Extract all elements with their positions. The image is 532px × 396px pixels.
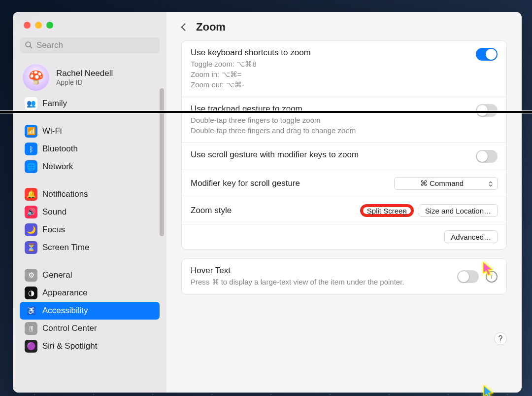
sidebar-item-family[interactable]: 👥Family — [20, 95, 160, 112]
sidebar-item-label: Network — [42, 162, 73, 172]
help-button[interactable]: ? — [494, 332, 507, 345]
hover-text-title: Hover Text — [191, 266, 450, 276]
sidebar-item-appearance[interactable]: ◑Appearance — [20, 284, 160, 302]
sidebar-item-label: Accessibility — [42, 306, 88, 316]
modifier-key-title: Modifier key for scroll gesture — [191, 179, 300, 188]
hover-text-desc: Press ⌘ to display a large-text view of … — [191, 277, 450, 287]
focus-icon: 🌙 — [25, 223, 37, 236]
sidebar-item-wi-fi[interactable]: 📶Wi-Fi — [20, 122, 160, 140]
hover-text-toggle[interactable] — [457, 270, 479, 283]
keyboard-shortcuts-desc: Toggle zoom: ⌥⌘8 Zoom in: ⌥⌘= Zoom out: … — [191, 59, 469, 90]
avatar: 🍄 — [23, 64, 49, 91]
sidebar-item-label: Appearance — [42, 288, 88, 298]
sidebar-item-label: Siri & Spotlight — [42, 341, 98, 351]
info-icon[interactable]: i — [486, 271, 498, 283]
sidebar-item-label: Family — [42, 99, 67, 108]
minimize-window-button[interactable] — [35, 22, 42, 29]
sidebar-item-network[interactable]: 🌐Network — [20, 158, 160, 176]
sidebar-item-general[interactable]: ⚙General — [20, 266, 160, 284]
sidebar-item-sound[interactable]: 🔊Sound — [20, 203, 160, 221]
size-location-button[interactable]: Size and Location… — [419, 204, 498, 217]
modifier-key-select[interactable]: ⌘ Command — [394, 177, 498, 190]
sidebar-item-label: Bluetooth — [42, 144, 78, 154]
bluetooth-icon: ᛒ — [25, 143, 37, 155]
sidebar-item-label: Notifications — [42, 189, 88, 199]
scroll-gesture-toggle[interactable] — [476, 150, 498, 163]
advanced-button[interactable]: Advanced… — [444, 230, 498, 243]
scroll-gesture-title: Use scroll gesture with modifier keys to… — [191, 150, 359, 160]
chevron-up-down-icon — [401, 210, 408, 217]
appearance-icon: ◑ — [25, 287, 37, 299]
accessibility-icon: ♿ — [25, 304, 37, 317]
sidebar-item-label: Sound — [42, 207, 66, 217]
settings-window: 🍄 Rachel Needell Apple ID 👥Family📶Wi-Fiᛒ… — [13, 12, 522, 393]
sidebar-item-accessibility[interactable]: ♿Accessibility — [20, 302, 160, 320]
sidebar-item-screen-time[interactable]: ⏳Screen Time — [20, 239, 160, 256]
page-title: Zoom — [196, 21, 226, 34]
search-icon — [25, 41, 33, 49]
wi-fi-icon: 📶 — [25, 125, 37, 138]
account-sub: Apple ID — [56, 78, 113, 86]
control-center-icon: 🎚 — [25, 322, 37, 335]
zoom-style-title: Zoom style — [191, 206, 232, 216]
svg-line-1 — [30, 46, 32, 48]
account-name: Rachel Needell — [56, 69, 113, 78]
notifications-icon: 🔔 — [25, 188, 37, 201]
window-controls — [13, 12, 166, 29]
sidebar-item-focus[interactable]: 🌙Focus — [20, 221, 160, 239]
content-pane: Zoom Use keyboard shortcuts to zoom Togg… — [166, 12, 522, 393]
sidebar: 🍄 Rachel Needell Apple ID 👥Family📶Wi-Fiᛒ… — [13, 12, 166, 393]
sidebar-item-control-center[interactable]: 🎚Control Center — [20, 320, 160, 337]
close-window-button[interactable] — [24, 22, 31, 29]
sidebar-item-siri-spotlight[interactable]: 🟣Siri & Spotlight — [20, 337, 160, 355]
family-icon: 👥 — [25, 97, 37, 110]
sidebar-item-label: General — [42, 270, 72, 280]
fullscreen-window-button[interactable] — [46, 22, 53, 29]
sidebar-item-label: Control Center — [42, 324, 97, 333]
back-button[interactable] — [178, 22, 189, 33]
sidebar-item-label: Screen Time — [42, 243, 89, 252]
zoom-options-panel: Use keyboard shortcuts to zoom Toggle zo… — [181, 40, 507, 250]
network-icon: 🌐 — [25, 160, 37, 173]
keyboard-shortcuts-title: Use keyboard shortcuts to zoom — [191, 48, 469, 58]
video-scrub-bar — [0, 110, 532, 113]
hover-text-panel: Hover Text Press ⌘ to display a large-te… — [181, 258, 507, 294]
svg-point-0 — [26, 42, 31, 47]
zoom-style-select[interactable]: Split Screen — [360, 204, 414, 217]
siri-spotlight-icon: 🟣 — [25, 340, 37, 353]
sidebar-item-notifications[interactable]: 🔔Notifications — [20, 185, 160, 203]
sidebar-item-label: Focus — [42, 225, 65, 235]
sidebar-nav: 👥Family📶Wi-FiᛒBluetooth🌐Network🔔Notifica… — [13, 95, 166, 393]
screen-time-icon: ⏳ — [25, 241, 37, 254]
apple-id-account[interactable]: 🍄 Rachel Needell Apple ID — [13, 58, 166, 95]
keyboard-shortcuts-toggle[interactable] — [476, 48, 498, 61]
chevron-up-down-icon — [487, 180, 494, 188]
sidebar-item-bluetooth[interactable]: ᛒBluetooth — [20, 140, 160, 158]
general-icon: ⚙ — [25, 269, 37, 282]
search-input[interactable] — [20, 37, 160, 53]
trackpad-gesture-desc: Double-tap three fingers to toggle zoom … — [191, 115, 469, 136]
sidebar-item-label: Wi-Fi — [42, 126, 62, 136]
sound-icon: 🔊 — [25, 206, 37, 218]
